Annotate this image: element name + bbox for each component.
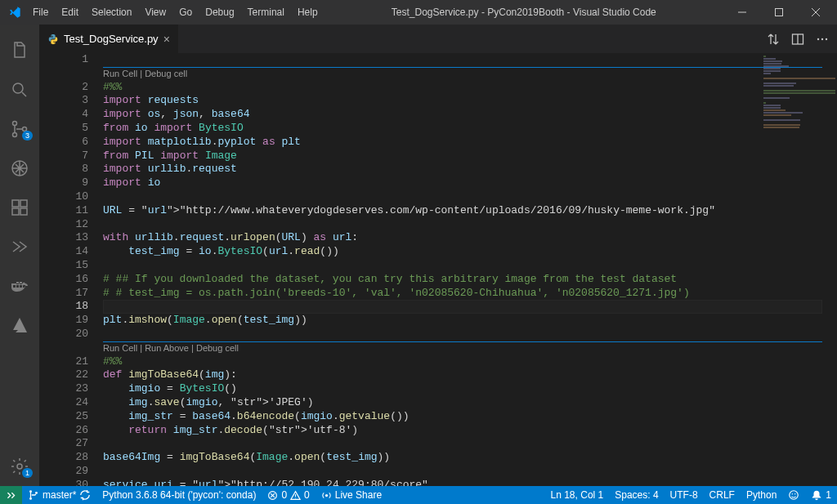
liveshare-label: Live Share (335, 489, 382, 501)
branch-name: master* (43, 489, 76, 501)
scm-badge: 3 (22, 131, 33, 140)
live-share[interactable]: Live Share (316, 486, 387, 504)
split-editor-icon[interactable] (791, 33, 804, 46)
notification-count: 1 (826, 489, 831, 501)
main: 3 1 Test_DogService.py × (0, 25, 837, 486)
close-button[interactable] (797, 0, 834, 25)
window-title: Test_DogService.py - PyCon2019Booth - Vi… (325, 7, 723, 18)
tab-bar: Test_DogService.py × (39, 25, 837, 53)
minimap[interactable] (763, 53, 837, 151)
window-controls (723, 0, 834, 25)
sync-icon (79, 489, 91, 501)
svg-point-3 (13, 133, 17, 137)
code-content[interactable]: Run Cell | Debug cell#%%import requestsi… (103, 53, 837, 486)
svg-rect-0 (775, 9, 782, 16)
source-control-icon[interactable]: 3 (0, 109, 39, 149)
feedback[interactable] (782, 489, 805, 501)
explorer-icon[interactable] (0, 31, 39, 70)
svg-point-19 (325, 493, 328, 496)
minimize-button[interactable] (723, 0, 760, 25)
settings-badge: 1 (22, 468, 33, 478)
search-icon[interactable] (0, 70, 39, 109)
docker-icon[interactable] (0, 266, 39, 306)
status-bar: master* Python 3.6.8 64-bit ('pycon': co… (0, 486, 837, 504)
code-editor[interactable]: 1 234567891011121314151617181920 2122232… (39, 53, 837, 486)
problems[interactable]: 0 0 (262, 486, 315, 504)
codelens-cell1[interactable]: Run Cell | Debug cell (103, 67, 837, 81)
compare-changes-icon[interactable] (767, 33, 780, 46)
broadcast-icon (321, 490, 332, 501)
tab-test-dogservice[interactable]: Test_DogService.py × (39, 25, 179, 53)
editor-actions (767, 25, 837, 53)
bell-icon (811, 489, 822, 501)
warning-count: 0 (304, 489, 310, 501)
notifications[interactable]: 1 (805, 489, 837, 501)
svg-point-22 (794, 493, 795, 494)
tab-label: Test_DogService.py (64, 33, 159, 45)
python-interpreter[interactable]: Python 3.6.8 64-bit ('pycon': conda) (96, 486, 262, 504)
titlebar: File Edit Selection View Go Debug Termin… (0, 0, 837, 25)
menu-debug[interactable]: Debug (199, 3, 240, 21)
svg-point-2 (13, 122, 17, 126)
git-branch[interactable]: master* (22, 486, 96, 504)
remote-icon[interactable] (0, 227, 39, 266)
activity-bar: 3 1 (0, 25, 39, 486)
tab-close-icon[interactable]: × (163, 33, 170, 46)
svg-rect-8 (12, 208, 19, 215)
encoding-status[interactable]: UTF-8 (665, 489, 704, 501)
svg-point-1 (13, 83, 23, 93)
extensions-icon[interactable] (0, 188, 39, 227)
svg-point-20 (790, 491, 799, 500)
svg-point-16 (29, 497, 32, 500)
svg-rect-6 (12, 200, 19, 207)
warning-icon (290, 490, 301, 501)
menu-selection[interactable]: Selection (85, 3, 138, 21)
eol-status[interactable]: CRLF (704, 489, 741, 501)
more-actions-icon[interactable] (816, 33, 829, 46)
menu-edit[interactable]: Edit (55, 3, 85, 21)
menu-help[interactable]: Help (291, 3, 325, 21)
remote-status[interactable] (0, 486, 22, 504)
menu-file[interactable]: File (26, 3, 55, 21)
menu-bar: File Edit Selection View Go Debug Termin… (26, 3, 325, 21)
cursor-position[interactable]: Ln 18, Col 1 (545, 489, 610, 501)
vscode-logo-icon (8, 6, 21, 19)
settings-icon[interactable]: 1 (0, 447, 39, 486)
error-icon (267, 490, 278, 501)
indent-status[interactable]: Spaces: 4 (609, 489, 664, 501)
maximize-button[interactable] (760, 0, 797, 25)
svg-point-12 (817, 38, 819, 39)
line-gutter: 1 234567891011121314151617181920 2122232… (39, 53, 103, 486)
menu-terminal[interactable]: Terminal (241, 3, 291, 21)
language-mode[interactable]: Python (741, 489, 782, 501)
svg-point-13 (821, 38, 823, 39)
smiley-icon (788, 489, 799, 501)
menu-view[interactable]: View (138, 3, 172, 21)
svg-point-15 (29, 490, 32, 493)
debug-icon[interactable] (0, 149, 39, 188)
git-branch-icon (28, 489, 39, 501)
editor-area: Test_DogService.py × 1 23456789101112131… (39, 25, 837, 486)
codelens-cell2[interactable]: Run Cell | Run Above | Debug cell (103, 341, 837, 355)
svg-point-10 (17, 464, 22, 469)
menu-go[interactable]: Go (172, 3, 199, 21)
svg-rect-7 (20, 200, 27, 207)
python-file-icon (47, 33, 59, 45)
svg-point-21 (792, 493, 793, 494)
error-count: 0 (281, 489, 287, 501)
svg-rect-9 (20, 208, 27, 215)
svg-point-17 (35, 492, 38, 494)
azure-icon[interactable] (0, 306, 39, 345)
svg-point-14 (826, 38, 827, 39)
